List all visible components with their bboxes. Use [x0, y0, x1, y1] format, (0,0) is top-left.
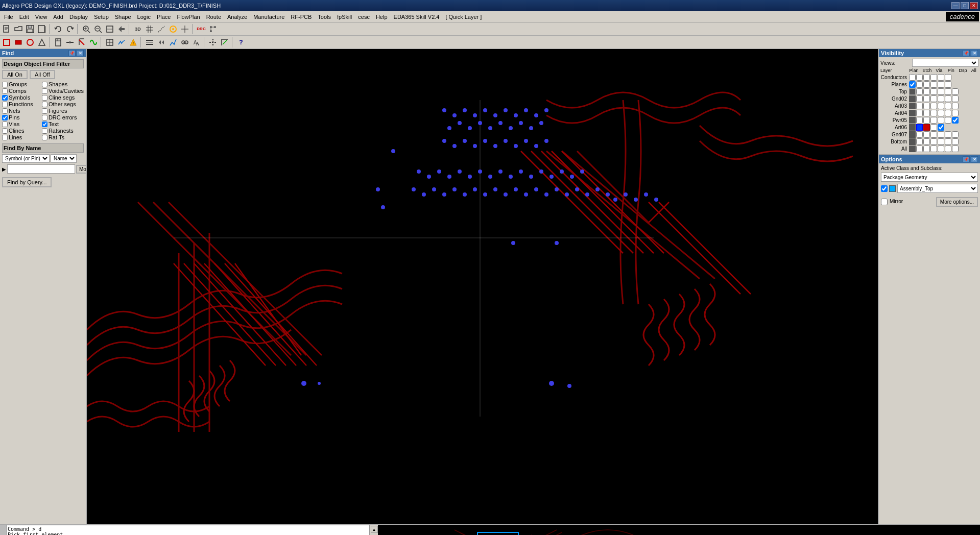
menu-flowplan[interactable]: FlowPlan: [174, 13, 203, 21]
opt-pin-button[interactable]: 📌: [963, 156, 970, 162]
vis-planes-etch[interactable]: [916, 81, 923, 88]
vis-art04-etch[interactable]: [923, 110, 930, 116]
menu-help[interactable]: Help: [373, 13, 391, 21]
vis-art03-via[interactable]: [930, 103, 937, 109]
tb2-17[interactable]: [207, 37, 219, 48]
menu-file[interactable]: File: [1, 13, 16, 21]
subclass-dropdown[interactable]: Assembly_Top: [897, 184, 978, 193]
all-on-button[interactable]: All On: [2, 70, 28, 79]
tb-zoom-in[interactable]: [81, 23, 92, 35]
vis-gnd07-via[interactable]: [930, 131, 937, 138]
vis-pwr05-all[interactable]: [952, 117, 959, 124]
vis-bottom-pin[interactable]: [938, 138, 944, 145]
menu-analyze[interactable]: Analyze: [224, 13, 250, 21]
vis-art03-dsp[interactable]: [945, 103, 951, 109]
tb2-10[interactable]: [116, 37, 127, 48]
vis-pwr05-etch[interactable]: [923, 117, 930, 124]
tb2-help[interactable]: ?: [235, 37, 247, 48]
vis-cond-via[interactable]: [923, 74, 930, 81]
vis-art03-etch[interactable]: [923, 103, 930, 109]
vis-all-dsp[interactable]: [945, 145, 951, 152]
vis-top-pin[interactable]: [938, 88, 944, 95]
menu-place[interactable]: Place: [154, 13, 174, 21]
vis-top-plan[interactable]: [916, 88, 923, 95]
vis-gnd07-all[interactable]: [952, 131, 959, 138]
tb-drc[interactable]: DRC: [196, 23, 207, 35]
vis-art04-via[interactable]: [930, 110, 937, 116]
tb2-16[interactable]: A: [191, 37, 202, 48]
tb2-5[interactable]: [53, 37, 64, 48]
menu-view[interactable]: View: [32, 13, 51, 21]
tb-save-as[interactable]: [36, 23, 47, 35]
find-close-button[interactable]: ✕: [77, 50, 84, 56]
vis-art04-pin[interactable]: [938, 110, 944, 116]
menu-cesc[interactable]: cesc: [355, 13, 373, 21]
tb-netlist[interactable]: [207, 23, 219, 35]
vis-art06-plan[interactable]: [930, 124, 937, 131]
vis-gnd02-all[interactable]: [952, 95, 959, 102]
close-button[interactable]: ✕: [970, 2, 978, 9]
cmd-scroll-up[interactable]: ▲: [371, 526, 378, 533]
vis-all-via[interactable]: [930, 145, 937, 152]
tb-redo[interactable]: [64, 23, 76, 35]
vis-pin-button[interactable]: 📌: [963, 50, 970, 56]
tb-undo[interactable]: [53, 23, 64, 35]
tb2-14[interactable]: [168, 37, 179, 48]
more-button[interactable]: More...: [76, 165, 86, 174]
vis-art04-all[interactable]: [952, 110, 959, 116]
symbol-select[interactable]: Symbol (or Pin): [2, 154, 50, 163]
vis-views-dropdown[interactable]: [912, 59, 978, 67]
tb2-2[interactable]: [13, 37, 24, 48]
menu-add[interactable]: Add: [50, 13, 66, 21]
vis-pwr05-dsp[interactable]: [945, 117, 951, 124]
menu-route[interactable]: Route: [203, 13, 224, 21]
vis-all-plan[interactable]: [916, 145, 923, 152]
vis-art03-plan[interactable]: [916, 103, 923, 109]
tb2-1[interactable]: [1, 37, 12, 48]
tb-save[interactable]: [25, 23, 36, 35]
menu-shape[interactable]: Shape: [112, 13, 134, 21]
tb2-4[interactable]: [36, 37, 47, 48]
vis-cond-all[interactable]: [945, 74, 951, 81]
vis-gnd07-plan[interactable]: [916, 131, 923, 138]
vis-planes-all[interactable]: [945, 81, 951, 88]
tb2-6[interactable]: [64, 37, 76, 48]
tb-3d[interactable]: 3D: [132, 23, 144, 35]
vis-all-etch[interactable]: [923, 145, 930, 152]
vis-gnd07-pin[interactable]: [938, 131, 944, 138]
vis-all-all[interactable]: [952, 145, 959, 152]
vis-bottom-etch[interactable]: [923, 138, 930, 145]
tb2-9[interactable]: [104, 37, 115, 48]
menu-display[interactable]: Display: [66, 13, 91, 21]
vis-gnd02-via[interactable]: [930, 95, 937, 102]
vis-planes-pin[interactable]: [930, 81, 937, 88]
vis-cond-pin[interactable]: [930, 74, 937, 81]
menu-setup[interactable]: Setup: [91, 13, 112, 21]
tb2-3[interactable]: [25, 37, 36, 48]
tb-ratsnest[interactable]: [156, 23, 167, 35]
vis-gnd07-dsp[interactable]: [945, 131, 951, 138]
vis-all-pin[interactable]: [938, 145, 944, 152]
tb2-15[interactable]: [179, 37, 190, 48]
vis-cond-etch[interactable]: [916, 74, 923, 81]
vis-gnd02-plan[interactable]: [916, 95, 923, 102]
tb2-13[interactable]: [156, 37, 167, 48]
subclass-check[interactable]: [881, 185, 888, 192]
vis-gnd02-pin[interactable]: [938, 95, 944, 102]
vis-close-button[interactable]: ✕: [971, 50, 978, 56]
vis-planes-dsp[interactable]: [938, 81, 944, 88]
menu-logic[interactable]: Logic: [134, 13, 154, 21]
opt-close-button[interactable]: ✕: [971, 156, 978, 162]
tb2-11[interactable]: !: [128, 37, 139, 48]
find-name-input[interactable]: [7, 164, 75, 174]
vis-top-via[interactable]: [930, 88, 937, 95]
vis-top-dsp[interactable]: [945, 88, 951, 95]
tb2-18[interactable]: [219, 37, 230, 48]
vis-bottom-plan[interactable]: [916, 138, 923, 145]
menu-tools[interactable]: Tools: [315, 13, 334, 21]
tb2-8[interactable]: [88, 37, 99, 48]
all-off-button[interactable]: All Off: [30, 70, 55, 79]
find-pin-button[interactable]: 📌: [68, 50, 76, 56]
tb-open[interactable]: [13, 23, 24, 35]
vis-pwr05-via[interactable]: [930, 117, 937, 124]
